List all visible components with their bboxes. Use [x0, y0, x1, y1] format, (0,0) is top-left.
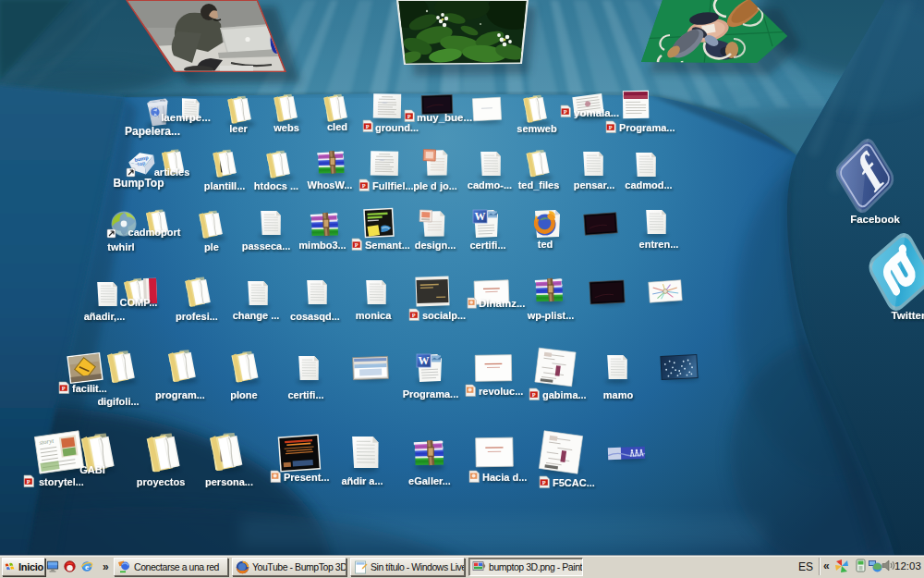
svg-text:añdir a...: añdir a...	[341, 475, 383, 486]
svg-text:P: P	[27, 478, 30, 485]
svg-text:Programa...: Programa...	[403, 388, 459, 400]
svg-text:plone: plone	[230, 389, 257, 400]
svg-text:proyectos: proyectos	[137, 476, 186, 487]
svg-text:digifoli...: digifoli...	[97, 396, 139, 407]
svg-text:leer: leer	[229, 123, 248, 134]
svg-text:change ...: change ...	[233, 310, 280, 321]
svg-text:htdocs ...: htdocs ...	[254, 180, 298, 191]
svg-text:webs: webs	[273, 122, 299, 133]
svg-text:Fullfiel...: Fullfiel...	[372, 180, 414, 191]
svg-text:profesi...: profesi...	[176, 311, 218, 322]
svg-text:socialp...: socialp...	[422, 310, 466, 321]
svg-text:W: W	[419, 354, 430, 367]
svg-text:entren...: entren...	[639, 239, 679, 250]
svg-text:GABI: GABI	[79, 464, 105, 475]
svg-text:yomala...: yomala...	[574, 107, 619, 118]
svg-text:Present...: Present...	[284, 472, 330, 483]
svg-text:añadir,...: añadir,...	[84, 311, 126, 322]
svg-text:cled: cled	[327, 121, 347, 132]
svg-text:cosasqd...: cosasqd...	[290, 311, 340, 322]
svg-text:revoluc...: revoluc...	[479, 386, 523, 397]
svg-text:semweb: semweb	[517, 123, 557, 134]
svg-text:muy_bue...: muy_bue...	[417, 112, 472, 123]
svg-text:Programa...: Programa...	[619, 122, 675, 133]
svg-text:Dinamz...: Dinamz...	[479, 298, 525, 309]
svg-text:P: P	[609, 124, 613, 130]
svg-text:design...: design...	[415, 240, 456, 251]
svg-text:P: P	[362, 182, 366, 189]
svg-text:ground...: ground...	[375, 122, 419, 133]
svg-text:ple: ple	[204, 241, 219, 252]
svg-text:program...: program...	[155, 389, 205, 400]
svg-text:persona...: persona...	[205, 476, 253, 487]
svg-text:ple d jo...: ple d jo...	[413, 180, 457, 191]
svg-text:P: P	[532, 391, 536, 398]
svg-text:F5CAC...: F5CAC...	[553, 477, 595, 488]
svg-text:certifi...: certifi...	[287, 389, 323, 400]
svg-text:P: P	[407, 113, 411, 119]
svg-text:monica: monica	[356, 310, 392, 321]
svg-text:W: W	[475, 210, 486, 223]
svg-text:cadmod...: cadmod...	[625, 179, 672, 191]
svg-text:Twitter: Twitter	[892, 310, 924, 321]
svg-text:storytel...: storytel...	[39, 476, 84, 487]
svg-text:COMP...: COMP...	[120, 297, 158, 308]
svg-text:WhosW...: WhosW...	[308, 179, 353, 191]
svg-text:cadmoport: cadmoport	[128, 227, 181, 238]
svg-text:eGaller...: eGaller...	[408, 475, 451, 486]
svg-text:pensar...: pensar...	[574, 179, 615, 191]
svg-text:facilit...: facilit...	[72, 383, 107, 394]
svg-text:P: P	[564, 108, 567, 115]
svg-text:BumpTop: BumpTop	[113, 177, 164, 190]
svg-text:P: P	[366, 123, 370, 129]
svg-text:certifi...: certifi...	[469, 240, 505, 251]
svg-text:articles: articles	[154, 166, 190, 178]
svg-text:plantill...: plantill...	[204, 180, 246, 191]
svg-text:cadmo-...: cadmo-...	[468, 179, 512, 191]
svg-text:mimbo3...: mimbo3...	[298, 240, 346, 251]
svg-text:Papelera...: Papelera...	[125, 125, 180, 138]
svg-text:Hacia d...: Hacia d...	[482, 472, 527, 483]
svg-text:mamo: mamo	[603, 389, 634, 400]
svg-text:laemrpe...: laemrpe...	[161, 112, 211, 123]
svg-text:P: P	[62, 385, 66, 391]
svg-text:gabima...: gabima...	[542, 389, 587, 400]
svg-text:Facebook: Facebook	[850, 214, 900, 225]
svg-text:ted: ted	[538, 239, 553, 250]
svg-text:twhirl: twhirl	[107, 241, 134, 252]
svg-text:P: P	[412, 312, 416, 318]
svg-text:wp-plist...: wp-plist...	[527, 310, 575, 321]
svg-text:P: P	[542, 479, 546, 486]
svg-text:Semant...: Semant...	[365, 240, 410, 251]
svg-text:ted_files: ted_files	[518, 179, 560, 191]
svg-text:P: P	[355, 241, 359, 248]
svg-text:passeca...: passeca...	[242, 240, 291, 252]
